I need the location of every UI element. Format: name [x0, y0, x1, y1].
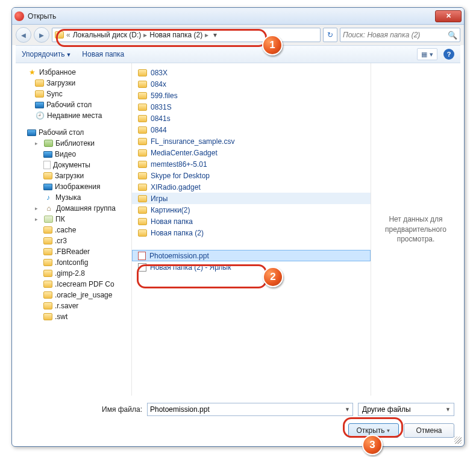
breadcrumb-item[interactable]: Локальный диск (D:)	[73, 31, 142, 39]
filename-input[interactable]: ▼	[147, 403, 353, 416]
tree-item[interactable]: .r.saver	[17, 300, 130, 311]
filename-field[interactable]	[150, 405, 350, 414]
folder-icon	[138, 92, 147, 99]
chevron-right-icon: ▸	[205, 31, 208, 39]
refresh-button[interactable]: ↻	[323, 28, 337, 42]
tree-homegroup[interactable]: ▸⌂Домашняя группа	[17, 203, 130, 214]
folder-icon	[138, 126, 147, 134]
breadcrumb-item[interactable]: Новая папка (2)	[149, 31, 202, 39]
tree-item[interactable]: Видео	[17, 149, 130, 160]
search-icon[interactable]: 🔍	[448, 31, 457, 40]
view-mode-button[interactable]: ▦ ▾	[417, 48, 437, 60]
filetype-select[interactable]: Другие файлы ▼	[358, 403, 454, 416]
list-item[interactable]: 0831S	[132, 101, 371, 113]
search-input[interactable]	[343, 31, 448, 39]
folder-icon	[138, 138, 147, 145]
titlebar[interactable]: Открыть ✕	[12, 8, 464, 25]
list-item[interactable]: Skype for Desktop	[132, 170, 371, 181]
folder-icon	[138, 69, 147, 76]
breadcrumb-prefix: «	[66, 31, 70, 39]
shortcut-icon	[138, 263, 146, 272]
back-button[interactable]: ◄	[16, 27, 31, 43]
tree-item[interactable]: .Icecream PDF Co	[17, 279, 130, 290]
folder-icon	[138, 218, 147, 225]
close-button[interactable]: ✕	[435, 10, 462, 22]
list-item[interactable]: 0844	[132, 124, 371, 135]
list-item[interactable]: 599.files	[132, 90, 371, 101]
list-item[interactable]: 084x	[132, 78, 371, 90]
homegroup-icon: ⌂	[44, 204, 54, 213]
help-button[interactable]: ?	[443, 49, 454, 60]
list-item[interactable]: Новая папка (2) - Ярлык	[132, 261, 371, 273]
folder-icon	[43, 259, 52, 266]
list-item[interactable]: FL_insurance_sample.csv	[132, 135, 371, 147]
list-item[interactable]: 083X	[132, 67, 371, 78]
preview-pane: Нет данных для предварительного просмотр…	[371, 63, 460, 396]
tree-favorites[interactable]: ★Избранное	[17, 67, 130, 78]
list-item[interactable]: memtest86+-5.01	[132, 158, 371, 170]
tree-item[interactable]: Загрузки	[17, 78, 130, 89]
list-item[interactable]: Игры	[132, 193, 371, 204]
folder-icon	[138, 115, 147, 122]
folder-icon	[138, 81, 147, 88]
tree-item[interactable]: Загрузки	[17, 170, 130, 181]
tree-item[interactable]: Рабочий стол	[17, 99, 130, 110]
list-item-selected[interactable]: Photoemission.ppt	[132, 250, 371, 261]
list-item[interactable]: Новая папка	[132, 216, 371, 227]
tree-item[interactable]: 🕘Недавние места	[17, 110, 130, 121]
new-folder-button[interactable]: Новая папка	[82, 50, 124, 58]
desktop-icon	[27, 129, 36, 136]
folder-icon	[43, 302, 52, 309]
tree-item[interactable]: .swt	[17, 311, 130, 322]
list-item[interactable]: Новая папка (2)	[132, 227, 371, 238]
address-bar[interactable]: « Локальный диск (D:) ▸ Новая папка (2) …	[52, 28, 321, 42]
list-item[interactable]: MediaCenter.Gadget	[132, 147, 371, 158]
address-dropdown[interactable]: ▾	[211, 31, 219, 39]
opera-icon	[14, 11, 24, 21]
folder-icon	[138, 195, 147, 202]
tree-item[interactable]: .gimp-2.8	[17, 268, 130, 279]
chevron-down-icon[interactable]: ▼	[345, 406, 350, 412]
folder-icon	[43, 270, 52, 277]
chevron-right-icon: ▸	[143, 31, 147, 39]
resize-handle[interactable]	[454, 437, 462, 444]
tree-libraries[interactable]: ▸Библиотеки	[17, 138, 130, 149]
video-icon	[43, 151, 52, 158]
search-box[interactable]: 🔍	[340, 28, 460, 42]
body-area: ★Избранное Загрузки Sync Рабочий стол 🕘Н…	[16, 63, 460, 396]
folder-icon	[138, 207, 147, 214]
folder-icon	[138, 184, 147, 191]
list-item[interactable]: Картинки(2)	[132, 204, 371, 216]
desktop-icon	[35, 102, 44, 108]
tree-item[interactable]: Sync	[17, 89, 130, 99]
tree-item[interactable]: .oracle_jre_usage	[17, 290, 130, 300]
tree-item[interactable]: .FBReader	[17, 246, 130, 257]
organize-menu[interactable]: Упорядочить▼	[22, 50, 71, 58]
folder-icon	[55, 31, 64, 39]
folder-icon	[43, 291, 52, 299]
pictures-icon	[43, 184, 52, 190]
folder-icon	[43, 248, 52, 255]
list-item[interactable]: XIRadio.gadget	[132, 181, 371, 193]
open-button[interactable]: Открыть▼	[348, 423, 399, 438]
navigation-pane[interactable]: ★Избранное Загрузки Sync Рабочий стол 🕘Н…	[16, 63, 131, 396]
folder-icon	[138, 104, 147, 111]
folder-icon	[138, 149, 147, 157]
chevron-down-icon[interactable]: ▼	[445, 406, 451, 412]
cancel-button[interactable]: Отмена	[404, 423, 454, 438]
file-list[interactable]: 083X 084x 599.files 0831S 0841s 0844 FL_…	[131, 63, 371, 396]
forward-button[interactable]: ►	[34, 27, 49, 43]
pc-icon	[44, 216, 53, 223]
tree-item[interactable]: Документы	[17, 160, 130, 170]
tree-item[interactable]: .fontconfig	[17, 257, 130, 268]
tree-item[interactable]: .cache	[17, 225, 130, 235]
tree-item[interactable]: ♪Музыка	[17, 192, 130, 203]
music-icon: ♪	[43, 193, 53, 202]
tree-item[interactable]: .cr3	[17, 235, 130, 246]
list-item[interactable]: 0841s	[132, 113, 371, 124]
tree-pc[interactable]: ▸ПК	[17, 214, 130, 225]
tree-item[interactable]: Изображения	[17, 181, 130, 192]
folder-icon	[138, 229, 147, 237]
folder-icon	[138, 161, 147, 168]
tree-desktop[interactable]: Рабочий стол	[17, 127, 130, 138]
